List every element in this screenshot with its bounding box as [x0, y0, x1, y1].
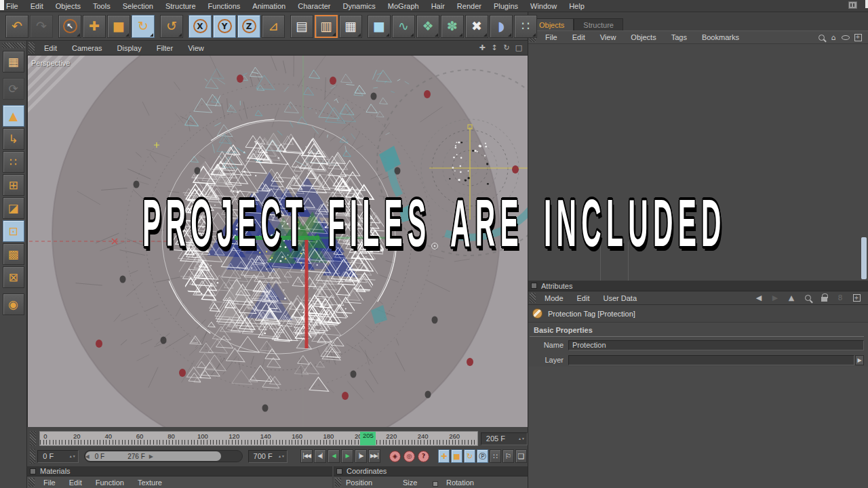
- timeline-window-icon[interactable]: ❏: [515, 449, 527, 463]
- window-layout-icon[interactable]: [848, 1, 857, 9]
- autokey-icon[interactable]: ◎: [403, 451, 415, 462]
- back-icon[interactable]: ◀: [753, 293, 765, 304]
- add-deformer-icon[interactable]: ✖: [465, 15, 488, 38]
- menu-item-render[interactable]: Render: [451, 2, 488, 10]
- spinner-arrows-icon[interactable]: ▲▼: [278, 455, 285, 458]
- menu-item-selection[interactable]: Selection: [117, 2, 159, 10]
- range-left-arrow-icon[interactable]: ◀: [85, 453, 90, 460]
- timeline-ruler[interactable]: 0204060801001201401601802002202402602802…: [39, 431, 478, 446]
- range-start-field[interactable]: 0 F ▲▼: [37, 450, 78, 463]
- forward-icon[interactable]: ▶: [769, 293, 781, 304]
- search-icon[interactable]: [815, 32, 827, 43]
- attributes-grip[interactable]: [530, 293, 536, 303]
- key-pla-icon[interactable]: ∷: [490, 449, 501, 463]
- add-spline-icon[interactable]: ∿: [392, 15, 415, 38]
- om-menu-item-tags[interactable]: Tags: [664, 33, 694, 41]
- scale-icon[interactable]: ■: [107, 15, 130, 38]
- search-icon[interactable]: [802, 293, 814, 304]
- menu-item-dynamics[interactable]: Dynamics: [337, 2, 382, 10]
- rotate-icon[interactable]: ↻: [132, 15, 155, 38]
- rotate-loop-icon[interactable]: ↺: [160, 15, 183, 38]
- texture-mode-icon[interactable]: ▩: [3, 243, 24, 265]
- make-editable-icon[interactable]: ⟳: [3, 78, 24, 100]
- materials-menu-item-function[interactable]: Function: [89, 479, 131, 487]
- animation-mode-icon[interactable]: ⊡: [3, 220, 24, 242]
- transport-grip[interactable]: [30, 449, 35, 464]
- timeline-grip[interactable]: [30, 431, 36, 446]
- menu-item-functions[interactable]: Functions: [202, 2, 247, 10]
- record-options-icon[interactable]: ?: [418, 451, 429, 462]
- layer-input[interactable]: [568, 355, 854, 365]
- points-mode-icon[interactable]: ∷: [3, 151, 24, 173]
- basic-properties-section[interactable]: Basic Properties: [530, 324, 864, 337]
- add-generator-icon[interactable]: ❖: [416, 15, 439, 38]
- panel-square-icon[interactable]: [30, 468, 36, 474]
- lock-z-icon[interactable]: Z: [237, 15, 260, 38]
- redo-icon[interactable]: ↷: [30, 15, 53, 38]
- play-forward-icon[interactable]: ▶: [341, 449, 353, 463]
- menu-item-window[interactable]: Window: [524, 2, 563, 10]
- coordinates-grip[interactable]: [335, 478, 341, 487]
- add-modifier-icon[interactable]: ✽: [441, 15, 464, 38]
- materials-menu-item-texture[interactable]: Texture: [131, 479, 169, 487]
- model-mode-icon[interactable]: ▲: [3, 105, 24, 127]
- scrollbar-thumb[interactable]: [861, 237, 867, 279]
- tab-structure[interactable]: Structure: [574, 18, 623, 30]
- menu-item-objects[interactable]: Objects: [50, 2, 87, 10]
- menu-item-structure[interactable]: Structure: [159, 2, 202, 10]
- render-picture-viewer-icon[interactable]: ▥: [315, 15, 338, 38]
- live-selection-icon[interactable]: ↖: [58, 15, 81, 38]
- coordinate-system-icon[interactable]: ⊿: [262, 15, 285, 38]
- viewport-menu-grip[interactable]: [28, 42, 35, 54]
- previous-frame-icon[interactable]: ◀|: [314, 449, 326, 463]
- next-frame-icon[interactable]: |▶: [355, 449, 367, 463]
- render-settings-icon[interactable]: ▦: [339, 15, 362, 38]
- polygons-mode-icon[interactable]: ◪: [3, 197, 24, 219]
- add-panel-icon[interactable]: [850, 293, 863, 304]
- record-keyframe-icon[interactable]: ◈: [389, 451, 401, 462]
- attributes-menu-item-user-data[interactable]: User Data: [597, 294, 644, 302]
- menu-item-hair[interactable]: Hair: [425, 2, 451, 10]
- coordinates-minibox[interactable]: [433, 481, 438, 487]
- attributes-menu-item-edit[interactable]: Edit: [570, 294, 597, 302]
- go-to-end-icon[interactable]: ▶▶|: [368, 449, 380, 463]
- eye-icon[interactable]: [840, 32, 852, 43]
- lock-y-icon[interactable]: Y: [213, 15, 236, 38]
- materials-grip[interactable]: [28, 478, 35, 487]
- add-cube-icon[interactable]: ■: [368, 15, 391, 38]
- move-icon[interactable]: ✚: [83, 15, 106, 38]
- add-panel-icon[interactable]: [852, 32, 864, 43]
- viewport-menu-item-cameras[interactable]: Cameras: [64, 44, 110, 52]
- viewport-menu-item-display[interactable]: Display: [110, 44, 149, 52]
- viewport-menu-item-filter[interactable]: Filter: [149, 44, 180, 52]
- menu-item-character[interactable]: Character: [292, 2, 336, 10]
- materials-menu-item-edit[interactable]: Edit: [62, 479, 89, 487]
- pan-view-icon[interactable]: ✚: [476, 43, 488, 54]
- om-menu-item-file[interactable]: File: [538, 33, 565, 41]
- viewport-menu-item-edit[interactable]: Edit: [37, 44, 64, 52]
- range-right-arrow-icon[interactable]: ▶: [149, 453, 153, 460]
- add-environment-icon[interactable]: ◗: [490, 15, 513, 38]
- name-input[interactable]: [568, 340, 864, 350]
- om-menu-item-edit[interactable]: Edit: [565, 33, 593, 41]
- spinner-arrows-icon[interactable]: ▲▼: [69, 455, 76, 458]
- materials-menu-item-file[interactable]: File: [37, 479, 62, 487]
- menu-item-animation[interactable]: Animation: [246, 2, 292, 10]
- panel-square-icon[interactable]: [336, 468, 342, 474]
- undo-icon[interactable]: ↶: [5, 15, 28, 38]
- play-backward-icon[interactable]: ◀: [328, 449, 340, 463]
- render-view-icon[interactable]: ▤: [290, 15, 313, 38]
- edges-mode-icon[interactable]: ⊞: [3, 174, 24, 196]
- menu-item-mograph[interactable]: MoGraph: [382, 2, 425, 10]
- current-frame-marker[interactable]: 205: [360, 432, 376, 445]
- key-rotation-icon[interactable]: ↻: [464, 449, 475, 463]
- layer-picker-button[interactable]: ▶: [855, 355, 864, 365]
- preview-range-pill[interactable]: ◀ 0 F 276 F ▶: [85, 451, 221, 461]
- key-position-icon[interactable]: ✚: [438, 449, 450, 463]
- texture-axis-mode-icon[interactable]: ⊠: [3, 266, 24, 288]
- menu-item-edit[interactable]: Edit: [24, 2, 50, 10]
- mode-toolbar-grip[interactable]: [2, 43, 25, 48]
- key-sound-icon[interactable]: ⚐: [502, 449, 514, 463]
- viewport-menu-item-view[interactable]: View: [180, 44, 212, 52]
- home-icon[interactable]: ⌂: [827, 32, 840, 43]
